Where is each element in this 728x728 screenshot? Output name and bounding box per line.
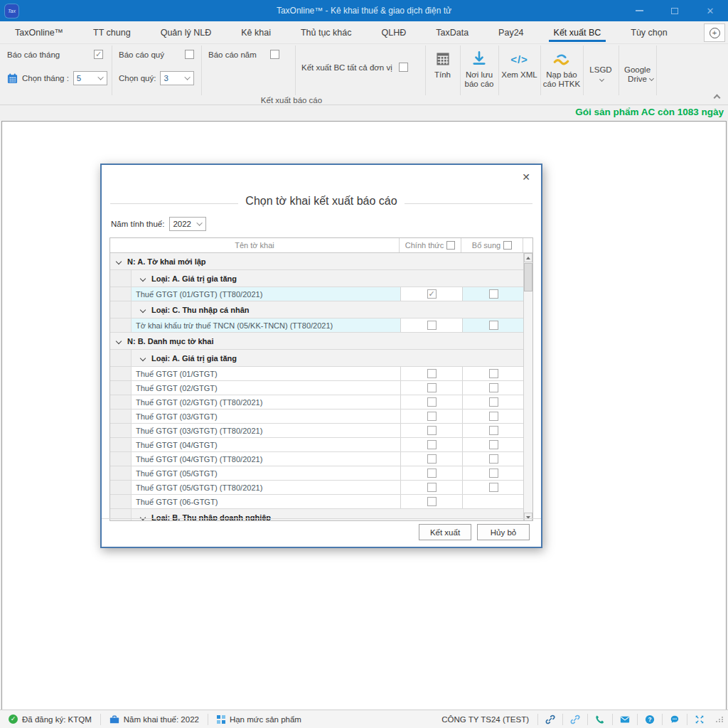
- load-htkk-report-button[interactable]: Nạp báo cáo HTKK: [542, 47, 582, 94]
- link-button[interactable]: [538, 714, 562, 724]
- google-drive-button[interactable]: Google Drive: [620, 47, 655, 94]
- dialog-close-icon[interactable]: ✕: [522, 171, 530, 183]
- ribbon-separator: [295, 46, 296, 95]
- table-row[interactable]: Tờ khai khấu trừ thuế TNCN (05/KK-TNCN) …: [110, 318, 525, 333]
- table-row[interactable]: Thuế GTGT (04/GTGT) (TT80/2021): [110, 452, 525, 466]
- tax-year-select[interactable]: 2022: [169, 217, 206, 231]
- table-row[interactable]: Thuế GTGT (05/GTGT) (TT80/2021): [110, 481, 525, 495]
- scrollbar-thumb[interactable]: [524, 263, 532, 291]
- chat-bubble-icon: [670, 714, 680, 724]
- collapse-chevron-icon[interactable]: [140, 275, 146, 281]
- table-row[interactable]: Loại: A. Giá trị gia tăng: [110, 350, 525, 367]
- menu-tt-chung[interactable]: TT chung: [78, 21, 146, 43]
- chat-button[interactable]: [663, 714, 687, 724]
- official-checkbox[interactable]: [427, 383, 437, 392]
- add-tab-button[interactable]: +: [704, 23, 725, 42]
- collapse-chevron-icon[interactable]: [140, 306, 146, 312]
- supplement-checkbox[interactable]: [489, 440, 498, 449]
- mail-button[interactable]: [613, 714, 637, 724]
- supplement-checkbox[interactable]: [489, 483, 498, 492]
- export-button[interactable]: Kết xuất: [419, 524, 471, 540]
- menu-taxonline[interactable]: TaxOnline™: [0, 21, 78, 43]
- official-checkbox[interactable]: [427, 321, 437, 330]
- menu-ket-xuat-bc[interactable]: Kết xuất BC: [539, 21, 616, 43]
- resize-grip-icon[interactable]: [716, 717, 724, 722]
- supplement-checkbox[interactable]: [489, 426, 498, 435]
- close-button[interactable]: ✕: [692, 0, 728, 21]
- report-location-button[interactable]: Nơi lưu báo cáo: [461, 47, 497, 94]
- quarter-select[interactable]: 3: [160, 71, 194, 85]
- maximize-button[interactable]: [657, 0, 692, 21]
- minimize-button[interactable]: [621, 0, 657, 21]
- table-row[interactable]: Thuế GTGT (03/GTGT): [110, 410, 525, 424]
- table-row[interactable]: Thuế GTGT (01/GTGT) (TT80/2021): [110, 287, 525, 301]
- column-supplement-label: Bổ sung: [472, 241, 500, 250]
- view-xml-button[interactable]: </> Xem XML: [500, 47, 539, 94]
- official-checkbox[interactable]: [427, 426, 437, 435]
- menu-ke-khai[interactable]: Kê khai: [226, 21, 286, 43]
- dropdown-arrow-icon: [197, 220, 203, 225]
- table-row[interactable]: Thuế GTGT (04/GTGT): [110, 438, 525, 452]
- table-row[interactable]: Loại: C. Thu nhập cá nhân: [110, 301, 525, 318]
- lsgd-button[interactable]: LSGD: [584, 47, 617, 94]
- calculate-button[interactable]: Tính: [427, 47, 459, 94]
- collapse-chevron-icon[interactable]: [116, 338, 122, 343]
- license-days-note: Gói sản phẩm AC còn 1083 ngày: [575, 107, 724, 117]
- menu-thu-tuc-khac[interactable]: Thủ tục khác: [286, 21, 367, 43]
- phone-button[interactable]: [588, 714, 612, 724]
- table-row[interactable]: Thuế GTGT (02/GTGT): [110, 381, 525, 395]
- table-row[interactable]: Loại: A. Giá trị gia tăng: [110, 270, 525, 287]
- official-checkbox[interactable]: [427, 469, 437, 478]
- official-checkbox[interactable]: [427, 369, 437, 378]
- official-checkbox[interactable]: [427, 412, 437, 421]
- supplement-checkbox[interactable]: [489, 369, 498, 378]
- declaration-name: Thuế GTGT (02/GTGT) (TT80/2021): [136, 398, 262, 407]
- menu-qlhd[interactable]: QLHĐ: [367, 21, 422, 43]
- month-select[interactable]: 5: [73, 71, 107, 85]
- calculate-label: Tính: [434, 70, 451, 80]
- supplement-checkbox[interactable]: [489, 289, 498, 299]
- supplement-select-all-checkbox[interactable]: [503, 241, 512, 250]
- official-select-all-checkbox[interactable]: [446, 241, 455, 250]
- yearly-report-checkbox[interactable]: [270, 50, 279, 59]
- table-row[interactable]: Thuế GTGT (01/GTGT): [110, 367, 525, 381]
- ribbon-separator: [540, 46, 541, 95]
- monthly-report-checkbox[interactable]: [94, 50, 103, 59]
- cancel-button[interactable]: Hủy bỏ: [477, 524, 530, 540]
- external-link-button[interactable]: [563, 714, 587, 724]
- collapse-ribbon-icon[interactable]: [714, 95, 721, 102]
- supplement-checkbox[interactable]: [489, 397, 498, 407]
- collapse-chevron-icon[interactable]: [116, 258, 122, 264]
- table-row[interactable]: Thuế GTGT (02/GTGT) (TT80/2021): [110, 395, 525, 410]
- phone-icon: [595, 714, 605, 724]
- supplement-checkbox[interactable]: [489, 412, 498, 421]
- menu-tuy-chon[interactable]: Tùy chọn: [616, 21, 682, 43]
- export-all-units-checkbox[interactable]: [399, 63, 408, 72]
- supplement-checkbox[interactable]: [489, 469, 498, 478]
- collapse-chevron-icon[interactable]: [140, 355, 146, 360]
- quarterly-report-checkbox[interactable]: [185, 50, 194, 59]
- table-row[interactable]: Thuế GTGT (06-GTGT): [110, 495, 525, 509]
- supplement-checkbox[interactable]: [489, 454, 498, 464]
- scroll-up-button[interactable]: [524, 253, 532, 262]
- fullscreen-button[interactable]: [687, 714, 712, 724]
- official-checkbox[interactable]: [427, 440, 437, 449]
- table-row[interactable]: Thuế GTGT (05/GTGT): [110, 466, 525, 481]
- official-checkbox[interactable]: [427, 483, 437, 492]
- menu-pay24[interactable]: Pay24: [483, 21, 538, 43]
- official-checkbox[interactable]: [427, 497, 437, 506]
- help-button[interactable]: ?: [638, 714, 662, 724]
- official-checkbox[interactable]: [427, 397, 437, 407]
- table-row[interactable]: N: A. Tờ khai mới lập: [110, 253, 525, 270]
- supplement-checkbox[interactable]: [489, 321, 498, 330]
- official-checkbox[interactable]: [427, 289, 437, 299]
- declaration-name: Thuế GTGT (03/GTGT): [136, 412, 218, 421]
- quota-status[interactable]: Hạn mức sản phẩm: [208, 715, 310, 724]
- table-row[interactable]: N: B. Danh mục tờ khai: [110, 333, 525, 350]
- menu-taxdata[interactable]: TaxData: [421, 21, 483, 43]
- supplement-checkbox[interactable]: [489, 383, 498, 392]
- official-checkbox[interactable]: [427, 454, 437, 464]
- menu-quan-ly-nld[interactable]: Quản lý NLĐ: [146, 21, 227, 43]
- table-scrollbar[interactable]: [523, 253, 532, 521]
- table-row[interactable]: Thuế GTGT (03/GTGT) (TT80/2021): [110, 424, 525, 438]
